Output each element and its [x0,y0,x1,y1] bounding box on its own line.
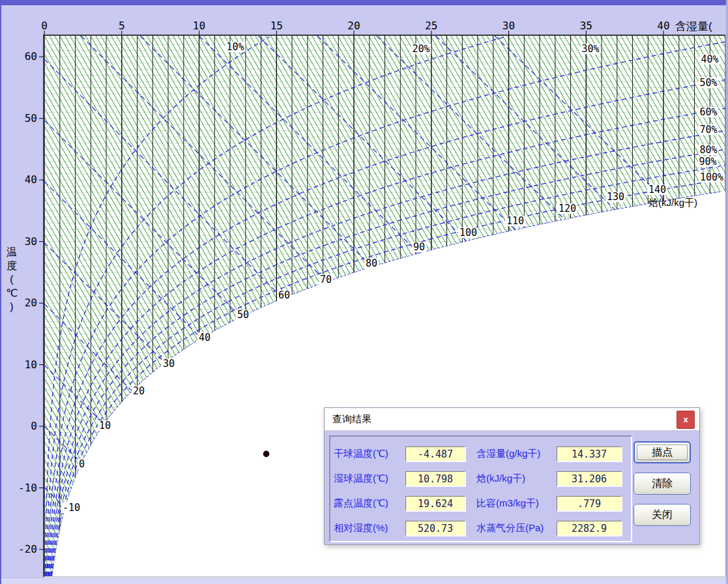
svg-text:20: 20 [25,297,37,309]
svg-text:90%: 90% [699,156,716,168]
svg-text:): ) [10,301,13,312]
svg-text:含湿量(: 含湿量( [675,20,712,33]
svg-text:0: 0 [41,20,48,32]
svg-text:60: 60 [278,289,290,301]
svg-text:-20: -20 [18,543,37,555]
curve-label: 90% [698,156,718,168]
svg-text:20%: 20% [412,43,430,55]
enthalpy-label: 焓(kJ/kg干) [476,473,525,485]
dialog-title: 查询结果 [332,408,371,430]
specific-volume-field[interactable] [557,496,622,511]
svg-text:10: 10 [193,20,205,32]
svg-text:70: 70 [320,274,332,285]
curve-label: 120 [557,203,577,214]
relative-humidity-field[interactable] [405,521,465,536]
specific-volume-label: 比容(m3/kg干) [476,497,539,510]
plotted-point [263,451,269,456]
svg-text:-10: -10 [18,482,37,494]
svg-text:0: 0 [79,458,85,470]
svg-text:(: ( [10,274,14,285]
dry-bulb-temperature-label: 干球温度(℃) [334,448,388,460]
wet-bulb-temperature-field[interactable] [405,471,465,486]
svg-text:50: 50 [237,309,249,321]
svg-text:100: 100 [459,227,477,239]
curve-label: 80% [699,144,719,156]
dew-point-temperature-label: 露点温度(℃) [334,497,388,510]
svg-text:30%: 30% [581,43,599,55]
close-button[interactable]: 关闭 [633,504,691,526]
curve-label: 60 [277,289,291,301]
curve-label: 70% [699,124,719,136]
svg-text:80: 80 [366,257,377,269]
svg-text:30: 30 [163,358,175,370]
svg-text:25: 25 [425,20,437,32]
curve-label: -10 [61,502,81,514]
svg-text:120: 120 [559,203,576,214]
svg-text:10: 10 [99,420,111,431]
svg-text:-10: -10 [63,502,80,514]
svg-text:30: 30 [25,235,37,248]
svg-text:60%: 60% [699,106,717,118]
svg-text:5: 5 [119,20,125,32]
svg-text:90: 90 [413,241,425,253]
enthalpy-field[interactable] [557,471,622,486]
svg-text:℃: ℃ [6,287,18,299]
svg-text:40%: 40% [701,53,718,65]
svg-text:130: 130 [607,191,624,203]
curve-label: 60% [699,106,719,118]
curve-label: 100% [699,171,724,183]
svg-text:30: 30 [502,20,515,32]
svg-text:140: 140 [648,184,666,196]
curve-label: 80 [364,257,379,269]
clear-button[interactable]: 清除 [633,473,691,495]
curve-label: 130 [605,191,626,203]
vapor-pressure-field[interactable] [557,521,622,536]
curve-label: 50 [236,309,250,321]
dew-point-temperature-field[interactable] [405,496,465,511]
plot-point-button[interactable]: 描点 [633,441,691,463]
relative-humidity-label: 相对湿度(%) [334,522,388,534]
plot-point-button-label: 描点 [652,446,673,458]
svg-text:110: 110 [506,215,524,227]
svg-text:20: 20 [347,20,360,32]
curve-label: 40 [197,332,212,343]
x-axis: 0510152025303540含湿量( [41,20,712,35]
curve-label: 50% [699,77,719,89]
svg-text:40: 40 [199,332,211,343]
svg-text:温: 温 [7,246,17,257]
curve-label: 110 [505,215,525,227]
svg-text:100%: 100% [700,171,723,183]
dry-bulb-temperature-field[interactable] [405,446,465,461]
curve-label: 70 [319,274,333,285]
curve-label: 30% [581,43,601,55]
svg-text:60: 60 [25,50,37,63]
svg-text:70%: 70% [699,124,717,136]
clear-button-label: 清除 [652,478,673,489]
dialog-titlebar[interactable]: 查询结果 x [325,408,699,431]
svg-text:35: 35 [580,20,592,32]
svg-text:15: 15 [270,20,283,32]
svg-text:50: 50 [25,112,37,124]
query-result-dialog: 查询结果 x 干球温度(℃) 含湿量(g/kg干) 湿球温度(℃) 焓(kJ/k… [324,407,700,545]
svg-text:10%: 10% [226,41,244,53]
curve-label: 10 [98,420,112,431]
svg-text:0: 0 [31,420,37,432]
app-window: 10%20%30%40%50%60%70%80%90%100%-10010203… [0,0,728,584]
svg-text:80%: 80% [699,144,717,156]
close-icon[interactable]: x [677,411,695,429]
close-button-label: 关闭 [652,509,673,520]
curve-label: 30 [162,358,176,370]
curve-label: 140 [647,184,667,196]
curve-label: 100 [458,227,478,239]
enthalpy-axis-label: 焓(kJ/kg干) [648,197,697,208]
curve-label: 10% [226,41,246,53]
svg-text:40: 40 [25,173,37,186]
curve-label: 20% [411,43,431,55]
curve-label: 20 [132,385,146,397]
svg-text:20: 20 [133,385,145,397]
humidity-ratio-field[interactable] [557,446,622,461]
svg-text:10: 10 [25,358,37,371]
dialog-body: 干球温度(℃) 含湿量(g/kg干) 湿球温度(℃) 焓(kJ/kg干) 露点温… [325,431,699,546]
vapor-pressure-label: 水蒸气分压(Pa) [476,522,544,534]
curve-label: 40% [700,53,720,65]
